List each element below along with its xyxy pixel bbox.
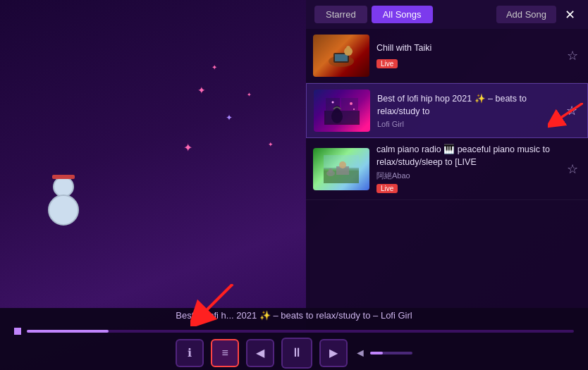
- song-channel-2: Lofi Girl: [377, 120, 556, 128]
- sparkle-3: ✦: [247, 92, 252, 98]
- info-button[interactable]: ℹ: [176, 339, 204, 367]
- sparkle-2: ✦: [212, 63, 217, 71]
- song-title-1: Chill with Taiki: [376, 42, 557, 55]
- sparkle-4: ✦: [226, 113, 233, 123]
- song-info-1: Chill with Taiki Live: [376, 42, 557, 70]
- sparkle-5: ✦: [183, 141, 192, 154]
- playback-controls: ℹ ≡ ◀ ⏸ ▶ ◄: [0, 338, 588, 369]
- song-title-2: Best of lofi hip hop 2021 ✨ – beats to r…: [377, 93, 556, 118]
- song-item-3[interactable]: calm piano radio 🎹 peaceful piano music …: [306, 138, 588, 200]
- song-list: Chill with Taiki Live ☆: [306, 29, 588, 303]
- live-badge-1: Live: [376, 59, 398, 68]
- thumb-inner-3: [313, 148, 369, 190]
- svg-point-12: [353, 109, 355, 110]
- svg-point-10: [350, 102, 353, 105]
- sparkle-1: ✦: [197, 85, 206, 96]
- prev-button[interactable]: ◀: [246, 339, 274, 367]
- song-thumbnail-1: [313, 35, 369, 77]
- song-info-2: Best of lofi hip hop 2021 ✨ – beats to r…: [377, 93, 556, 128]
- star-button-1[interactable]: ☆: [564, 45, 581, 66]
- add-song-button[interactable]: Add Song: [496, 6, 556, 23]
- bottom-bar: Best of lofi h... 2021 ✨ – beats to rela…: [0, 308, 588, 370]
- svg-point-11: [332, 101, 334, 104]
- snowman-decoration: [28, 127, 99, 226]
- svg-point-5: [346, 46, 350, 51]
- tab-all-songs[interactable]: All Songs: [372, 6, 433, 23]
- snowman-scarf: [52, 175, 75, 179]
- volume-icon: ◄: [355, 347, 366, 359]
- volume-fill: [370, 352, 383, 354]
- pause-button[interactable]: ⏸: [281, 338, 312, 369]
- song-info-3: calm piano radio 🎹 peaceful piano music …: [376, 144, 557, 194]
- song-thumbnail-3: [313, 148, 369, 190]
- song-item-1[interactable]: Chill with Taiki Live ☆: [306, 29, 588, 83]
- progress-row: [0, 328, 588, 338]
- star-button-2[interactable]: ☆: [563, 100, 580, 121]
- song-thumbnail-2: [314, 90, 370, 132]
- song-item-2[interactable]: Best of lofi hip hop 2021 ✨ – beats to r…: [306, 83, 588, 138]
- close-button[interactable]: ✕: [561, 7, 580, 23]
- now-playing-text: Best of lofi h... 2021 ✨ – beats to rela…: [0, 310, 588, 321]
- live-badge-3: Live: [376, 184, 398, 193]
- song-channel-3: 阿絕Abao: [376, 171, 557, 181]
- thumb-inner-1: [313, 35, 369, 77]
- svg-rect-3: [335, 54, 348, 61]
- playlist-button[interactable]: ≡: [211, 339, 239, 367]
- top-bar: Starred All Songs Add Song ✕: [306, 0, 588, 29]
- volume-bar[interactable]: [370, 352, 412, 354]
- progress-bar[interactable]: [27, 330, 574, 333]
- progress-fill: [27, 330, 109, 333]
- svg-point-22: [339, 161, 346, 168]
- tab-starred[interactable]: Starred: [314, 6, 367, 23]
- next-button[interactable]: ▶: [319, 339, 348, 367]
- thumb-inner-2: [314, 90, 370, 132]
- svg-point-24: [329, 168, 333, 173]
- snowman-body: [48, 195, 79, 226]
- svg-rect-9: [341, 98, 358, 123]
- progress-indicator: [14, 328, 21, 335]
- sparkle-6: ✦: [268, 141, 274, 148]
- star-button-3[interactable]: ☆: [564, 159, 581, 180]
- volume-area: ◄: [355, 347, 412, 359]
- song-title-3: calm piano radio 🎹 peaceful piano music …: [376, 144, 557, 168]
